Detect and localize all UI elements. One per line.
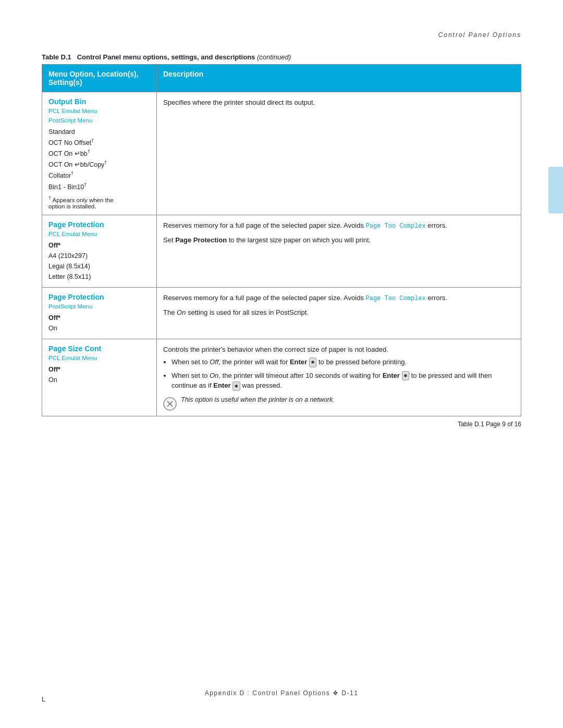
page-protection-pcl-settings: Off* A4 (210x297) Legal (8.5x14) Letter …	[48, 240, 150, 282]
row-page-protection-pcl-right: Reserves memory for a full page of the s…	[157, 215, 521, 287]
page-protection-pcl-desc2: Set Page Protection to the largest size …	[163, 235, 515, 245]
page-protection-ps-settings: Off* On	[48, 313, 150, 334]
page-protection-pcl-desc: Reserves memory for a full page of the s…	[163, 220, 515, 231]
row-output-bin-left: Output Bin PCL Emulat Menu PostScript Me…	[42, 92, 157, 215]
enter-key-1: ✱	[309, 357, 317, 367]
page-size-cont-submenu: PCL Emulat Menu	[48, 355, 150, 361]
setting-bin1-bin10: Bin1 - Bin10†	[48, 181, 150, 192]
setting-oct-on-job: OCT On ↵bb†	[48, 148, 150, 159]
main-table: Menu Option, Location(s), Setting(s) Des…	[42, 64, 521, 416]
page-size-cont-bullets: When set to Off, the printer will wait f…	[172, 357, 515, 391]
page-size-cont-settings: Off* On	[48, 364, 150, 385]
table-row: Page Protection PostScript Menu Off* On …	[42, 287, 521, 339]
setting-collator: Collator†	[48, 170, 150, 181]
bullet-on: When set to On, the printer will timeout…	[172, 371, 515, 391]
col-header-left: Menu Option, Location(s), Setting(s)	[42, 65, 157, 92]
table-title-text: Control Panel menu options, settings, an…	[77, 53, 255, 61]
enter-key-3: ✱	[232, 381, 240, 391]
setting-legal: Legal (8.5x14)	[48, 261, 150, 272]
table-row: Page Protection PCL Emulat Menu Off* A4 …	[42, 215, 521, 287]
page-protection-ps-submenu: PostScript Menu	[48, 303, 150, 310]
page-header: Control Panel Options	[42, 31, 521, 39]
row-page-protection-ps-left: Page Protection PostScript Menu Off* On	[42, 287, 157, 339]
note-box: This option is useful when the printer i…	[163, 396, 515, 411]
col-header-right: Description	[157, 65, 521, 92]
col-header-right-text: Description	[163, 70, 203, 78]
table-footer: Table D.1 Page 9 of 16	[42, 421, 521, 428]
setting-off-default: Off*	[48, 240, 150, 251]
page-protection-ps-desc: Reserves memory for a full page of the s…	[163, 293, 515, 304]
header-title: Control Panel Options	[438, 31, 521, 39]
page-container: Control Panel Options Table D.1 Control …	[0, 0, 563, 728]
page-size-cont-intro: Controls the printer's behavior when the…	[163, 344, 515, 355]
enter-key-2: ✱	[402, 371, 410, 381]
setting-oct-no-offset: OCT No Offset†	[48, 137, 150, 148]
row-page-size-cont-right: Controls the printer's behavior when the…	[157, 339, 521, 416]
col-header-left-text: Menu Option, Location(s), Setting(s)	[48, 70, 139, 87]
tab-decoration	[548, 167, 563, 214]
row-page-protection-ps-right: Reserves memory for a full page of the s…	[157, 287, 521, 339]
setting-off-psc: Off*	[48, 364, 150, 375]
corner-mark: L	[42, 696, 45, 703]
setting-on-ps: On	[48, 323, 150, 334]
page-size-cont-title: Page Size Cont	[48, 344, 150, 353]
output-bin-submenu-2: PostScript Menu	[48, 117, 150, 124]
output-bin-footnote: † Appears only when theoption is install…	[48, 195, 150, 209]
note-text: This option is useful when the printer i…	[181, 396, 335, 403]
page-footer-text: Appendix D : Control Panel Options ❖ D-1…	[205, 689, 359, 697]
setting-a4: A4 (210x297)	[48, 251, 150, 261]
page-footer: Appendix D : Control Panel Options ❖ D-1…	[42, 689, 521, 697]
output-bin-submenu-1: PCL Emulat Menu	[48, 108, 150, 114]
setting-on-psc: On	[48, 375, 150, 385]
setting-standard: Standard	[48, 127, 150, 137]
row-page-protection-pcl-left: Page Protection PCL Emulat Menu Off* A4 …	[42, 215, 157, 287]
row-output-bin-right: Specifies where the printer should direc…	[157, 92, 521, 215]
page-protection-ps-title: Page Protection	[48, 293, 150, 301]
table-header-row: Menu Option, Location(s), Setting(s) Des…	[42, 65, 521, 92]
code-page-too-complex-1: Page Too Complex	[366, 223, 426, 230]
page-protection-ps-desc2: The On setting is used for all sizes in …	[163, 307, 515, 318]
table-title-prefix: Table D.1	[42, 53, 71, 61]
output-bin-settings: Standard OCT No Offset† OCT On ↵bb† OCT …	[48, 127, 150, 192]
code-page-too-complex-2: Page Too Complex	[366, 295, 426, 302]
row-page-size-cont-left: Page Size Cont PCL Emulat Menu Off* On	[42, 339, 157, 416]
table-footer-text: Table D.1 Page 9 of 16	[458, 421, 521, 428]
output-bin-desc: Specifies where the printer should direc…	[163, 97, 515, 108]
table-title-suffix: (continued)	[257, 53, 291, 61]
table-title: Table D.1 Control Panel menu options, se…	[42, 53, 521, 61]
setting-letter: Letter (8.5x11)	[48, 272, 150, 282]
table-row: Page Size Cont PCL Emulat Menu Off* On C…	[42, 339, 521, 416]
bullet-off: When set to Off, the printer will wait f…	[172, 357, 515, 367]
setting-oct-on-job-copy: OCT On ↵bb/Copy†	[48, 159, 150, 170]
output-bin-title: Output Bin	[48, 97, 150, 106]
setting-off-ps: Off*	[48, 313, 150, 323]
page-protection-pcl-submenu: PCL Emulat Menu	[48, 231, 150, 237]
note-icon	[163, 397, 177, 411]
table-row: Output Bin PCL Emulat Menu PostScript Me…	[42, 92, 521, 215]
page-protection-pcl-title: Page Protection	[48, 220, 150, 229]
